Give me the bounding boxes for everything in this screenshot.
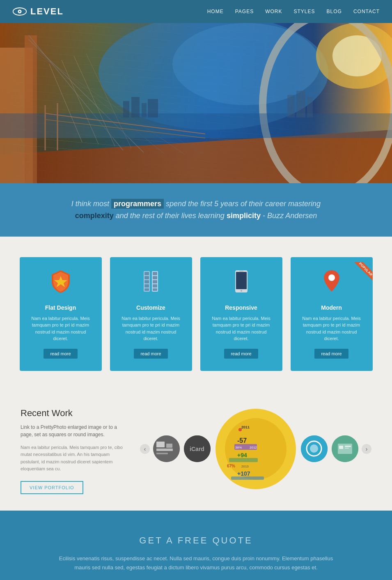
features-section: Flat Design Nam ea labitur pericula. Mei… [0,237,392,391]
recent-work-section: Recent Work Link to a PrettyPhoto enlarg… [0,391,392,511]
svg-point-48 [241,290,242,292]
read-more-customize-button[interactable]: read more [134,349,167,359]
nav-pages[interactable]: PAGES [235,9,254,14]
svg-rect-20 [142,103,147,117]
svg-text:38%: 38% [235,446,242,449]
feature-title-flat: Flat Design [28,304,94,311]
svg-rect-47 [236,272,247,289]
quote-bold2: simplicity [227,212,261,220]
server-icon [118,269,184,298]
portfolio-carousel: ‹ iCard [140,408,371,490]
quote-author: - Buzz Andersen [261,212,317,220]
thumb-1-placeholder [153,435,180,462]
svg-rect-71 [231,476,264,480]
svg-rect-54 [156,449,173,451]
quote-mid2: and the rest of their lives learning [114,212,227,220]
thumb-2-placeholder: iCard [184,435,211,462]
svg-rect-43 [153,280,157,283]
quote-text: I think most programmers spend the first… [33,198,359,222]
svg-point-74 [310,444,318,453]
svg-point-61 [238,428,242,431]
logo[interactable]: LEVEL [12,6,64,17]
svg-rect-10 [25,35,37,183]
svg-rect-38 [144,284,149,288]
nav-styles[interactable]: STYLES [294,9,315,14]
svg-rect-42 [153,276,157,279]
carousel-items: iCard 2011 -57 38% 2012 +94 [153,408,358,490]
thumb-4-placeholder [332,435,358,462]
svg-rect-21 [148,99,158,117]
quote-bold1: complexity [75,212,114,220]
feature-card-modern: POPULAR Modern Nam ea labitur pericula. … [291,257,373,371]
main-nav: HOME PAGES WORK STYLES BLOG CONTACT [207,9,380,14]
feature-card-flat-design: Flat Design Nam ea labitur pericula. Mei… [20,257,102,371]
svg-point-50 [328,274,335,281]
svg-text:+94: +94 [237,452,247,458]
svg-rect-45 [153,288,157,291]
bridge-illustration [0,23,392,183]
cta-desc: Ecilisis venenatis risus, suspendisse ac… [57,554,336,572]
nav-work[interactable]: WORK [265,9,282,14]
svg-text:2011: 2011 [241,425,250,429]
feature-desc-customize: Nam ea labitur pericula. Meis tamquam pr… [118,315,184,342]
nav-contact[interactable]: CONTACT [353,9,380,14]
feature-title-customize: Customize [118,304,184,311]
phone-icon [209,269,274,298]
popular-ribbon: POPULAR [350,262,373,287]
feature-title-modern: Modern [299,304,364,311]
svg-rect-17 [0,113,392,138]
carousel-next[interactable]: › [362,444,371,454]
popular-ribbon-text: POPULAR [353,262,372,282]
infographic-circle: 2011 -57 38% 2012 +94 67% 2013 +107 [215,408,297,490]
svg-rect-79 [345,448,349,449]
svg-text:+107: +107 [237,470,250,477]
svg-rect-39 [144,288,149,291]
hero-section [0,23,392,183]
svg-rect-19 [131,97,140,117]
svg-rect-36 [144,276,149,279]
svg-rect-52 [156,442,165,447]
svg-text:67%: 67% [227,464,235,468]
feature-title-responsive: Responsive [209,304,274,311]
svg-text:2013: 2013 [241,465,249,468]
svg-rect-67 [229,458,258,462]
carousel-thumb-4[interactable] [332,435,358,462]
svg-rect-55 [156,453,168,454]
svg-rect-24 [307,97,313,117]
logo-text: LEVEL [30,6,64,17]
view-portfolio-button[interactable]: VIEW PORTFOLIO [21,481,83,494]
carousel-prev[interactable]: ‹ [140,444,150,454]
cta-section: GET A FREE QUOTE Ecilisis venenatis risu… [0,511,392,580]
svg-rect-49 [239,271,243,272]
read-more-flat-button[interactable]: read more [44,349,77,359]
svg-rect-18 [123,101,129,117]
carousel-thumb-3[interactable] [301,435,328,462]
quote-mid: spend the first 5 years of their career … [164,200,321,208]
thumb-3-placeholder [301,435,328,462]
nav-home[interactable]: HOME [207,9,224,14]
svg-rect-22 [287,95,295,117]
carousel-thumb-2[interactable]: iCard [184,435,211,462]
svg-text:-57: -57 [237,437,247,444]
read-more-modern-button[interactable]: read more [314,349,348,359]
read-more-responsive-button[interactable]: read more [224,349,258,359]
feature-card-customize: Customize Nam ea labitur pericula. Meis … [110,257,192,371]
svg-rect-53 [166,444,172,448]
header: LEVEL HOME PAGES WORK STYLES BLOG CONTAC… [0,0,392,23]
svg-rect-37 [144,280,149,283]
svg-rect-23 [296,91,305,117]
recent-work-desc: Nam ea labitur pericula. Meis tamquam pr… [21,444,124,473]
feature-desc-responsive: Nam ea labitur pericula. Meis tamquam pr… [209,315,274,342]
feature-desc-flat: Nam ea labitur pericula. Meis tamquam pr… [28,315,94,342]
svg-rect-35 [144,272,149,275]
svg-rect-41 [153,272,157,275]
nav-blog[interactable]: BLOG [327,9,342,14]
svg-rect-78 [345,446,351,447]
svg-rect-44 [153,284,157,288]
svg-text:iCard: iCard [190,446,204,452]
carousel-thumb-1[interactable] [153,435,180,462]
feature-card-responsive: Responsive Nam ea labitur pericula. Meis… [200,257,282,371]
recent-work-subtitle: Link to a PrettyPhoto enlarged image or … [21,423,124,438]
feature-desc-modern: Nam ea labitur pericula. Meis tamquam pr… [299,315,364,342]
svg-rect-77 [339,446,343,449]
